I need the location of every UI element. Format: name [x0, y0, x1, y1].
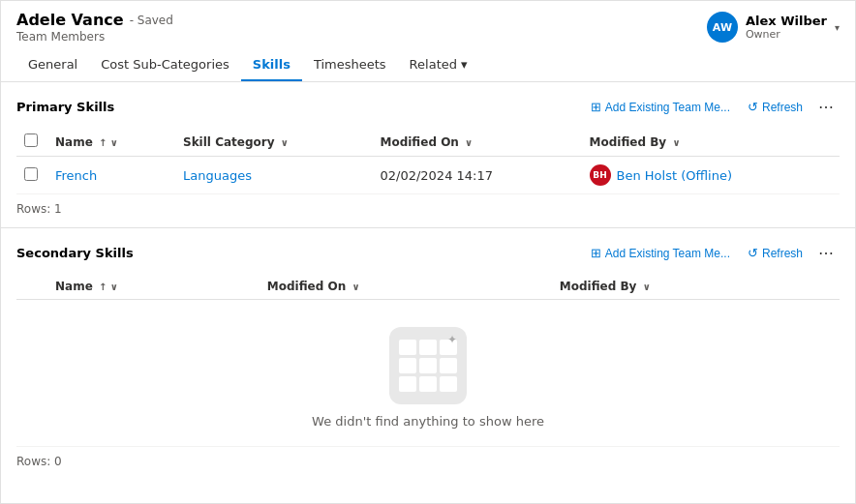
refresh-primary-button[interactable]: ↺ Refresh: [740, 96, 810, 118]
select-all-checkbox[interactable]: [24, 133, 38, 147]
more-secondary-button[interactable]: ⋯: [812, 240, 840, 266]
primary-skills-section: Primary Skills ⊞ Add Existing Team Me...…: [1, 82, 855, 194]
avatar-initials: AW: [713, 21, 732, 34]
add-existing-secondary-button[interactable]: ⊞ Add Existing Team Me...: [583, 242, 738, 264]
primary-skills-header: Primary Skills ⊞ Add Existing Team Me...…: [16, 94, 840, 120]
skill-category-column-header[interactable]: Skill Category ∨: [175, 128, 372, 157]
modified-by-avatar: BH: [590, 164, 611, 186]
row-checkbox-cell[interactable]: [16, 157, 47, 194]
modified-on-sort-icon: ∨: [465, 137, 473, 148]
secondary-modified-on-sort-icon: ∨: [352, 282, 359, 292]
user-name: Alex Wilber: [746, 14, 827, 28]
saved-badge: - Saved: [130, 14, 173, 27]
refresh-secondary-button[interactable]: ↺ Refresh: [740, 242, 810, 264]
row-skill-category-link[interactable]: Languages: [183, 168, 252, 183]
add-existing-secondary-icon: ⊞: [591, 246, 601, 260]
record-name: Adele Vance: [16, 11, 124, 29]
empty-state-cell: ✦: [16, 300, 840, 447]
secondary-name-column-header[interactable]: Name ↑ ∨: [47, 274, 260, 300]
tab-general[interactable]: General: [16, 49, 89, 81]
record-title-area: Adele Vance - Saved Team Members: [16, 11, 173, 44]
chevron-down-icon: ▾: [835, 22, 840, 33]
record-subtitle: Team Members: [16, 30, 173, 44]
header: Adele Vance - Saved Team Members AW Alex…: [1, 1, 855, 82]
row-skill-category-cell: Languages: [175, 157, 372, 194]
user-role: Owner: [746, 28, 827, 41]
row-checkbox[interactable]: [24, 167, 38, 181]
tab-cost-sub-categories[interactable]: Cost Sub-Categories: [89, 49, 241, 81]
empty-message: We didn't find anything to show here: [312, 414, 544, 429]
primary-rows-count: Rows: 1: [1, 194, 855, 223]
user-menu[interactable]: AW Alex Wilber Owner ▾: [707, 12, 840, 43]
secondary-skills-actions: ⊞ Add Existing Team Me... ↺ Refresh ⋯: [583, 240, 840, 266]
select-all-header[interactable]: [16, 128, 47, 157]
add-existing-primary-button[interactable]: ⊞ Add Existing Team Me...: [583, 96, 738, 118]
skill-category-sort-icon: ∨: [281, 137, 289, 148]
empty-icon: ✦: [389, 327, 467, 404]
refresh-primary-icon: ↺: [748, 100, 758, 114]
add-existing-primary-icon: ⊞: [591, 100, 601, 114]
grid-cell-2: [419, 340, 437, 355]
grid-cell-4: [399, 358, 416, 373]
tab-timesheets[interactable]: Timesheets: [302, 49, 398, 81]
row-name-cell: French: [47, 157, 175, 194]
grid-cell-8: [419, 376, 437, 392]
avatar: AW: [707, 12, 738, 43]
grid-cell-5: [419, 358, 437, 373]
grid-cell-6: [440, 358, 457, 373]
primary-skills-actions: ⊞ Add Existing Team Me... ↺ Refresh ⋯: [583, 94, 840, 120]
modified-by-link[interactable]: Ben Holst (Offline): [617, 168, 732, 183]
modified-by-column-header[interactable]: Modified By ∨: [582, 128, 840, 157]
secondary-modified-on-column-header[interactable]: Modified On ∨: [260, 274, 552, 300]
user-info: Alex Wilber Owner: [746, 14, 827, 41]
grid-cell-9: [440, 376, 457, 392]
tab-skills[interactable]: Skills: [241, 49, 302, 81]
refresh-secondary-icon: ↺: [748, 246, 758, 260]
secondary-select-all-header: [16, 274, 47, 300]
related-chevron-icon: ▾: [461, 57, 468, 72]
secondary-skills-title: Secondary Skills: [16, 246, 134, 260]
primary-skills-title: Primary Skills: [16, 100, 114, 114]
secondary-skills-table: Name ↑ ∨ Modified On ∨ Modified By ∨: [16, 274, 840, 447]
main-content: Primary Skills ⊞ Add Existing Team Me...…: [1, 82, 855, 503]
tab-related[interactable]: Related ▾: [398, 49, 479, 81]
name-column-header[interactable]: Name ↑ ∨: [47, 128, 175, 157]
grid-cell-7: [399, 376, 416, 392]
more-primary-button[interactable]: ⋯: [812, 94, 840, 120]
modified-on-column-header[interactable]: Modified On ∨: [372, 128, 581, 157]
secondary-rows-count: Rows: 0: [1, 447, 855, 476]
secondary-skills-section: Secondary Skills ⊞ Add Existing Team Me.…: [1, 228, 855, 447]
secondary-modified-by-sort-icon: ∨: [643, 282, 651, 292]
row-name-link[interactable]: French: [55, 168, 97, 183]
table-row: French Languages 02/02/2024 14:17 BH Be: [16, 157, 840, 194]
modified-by-sort-icon: ∨: [672, 137, 680, 148]
nav-tabs: General Cost Sub-Categories Skills Times…: [16, 49, 840, 81]
primary-skills-table: Name ↑ ∨ Skill Category ∨ Modified On ∨: [16, 128, 840, 194]
name-sort-icon: ↑ ∨: [99, 137, 118, 148]
secondary-skills-header: Secondary Skills ⊞ Add Existing Team Me.…: [16, 240, 840, 266]
empty-state: ✦: [24, 308, 832, 438]
secondary-name-sort-icon: ↑ ∨: [99, 282, 118, 292]
secondary-modified-by-column-header[interactable]: Modified By ∨: [552, 274, 840, 300]
grid-cell-1: [399, 340, 416, 355]
sparkle-icon: ✦: [447, 333, 457, 346]
row-modified-by-cell: BH Ben Holst (Offline): [582, 157, 840, 194]
row-modified-on-cell: 02/02/2024 14:17: [372, 157, 581, 194]
empty-state-row: ✦: [16, 300, 840, 447]
